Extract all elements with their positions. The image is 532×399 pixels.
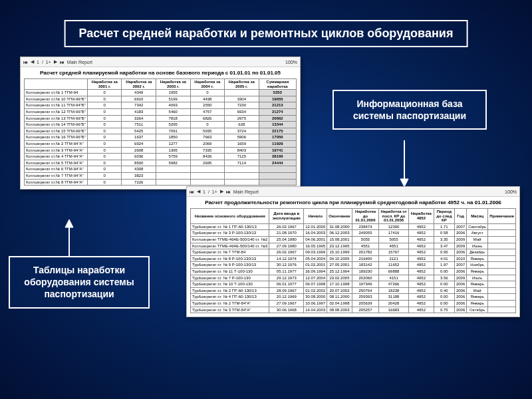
equip-name-cell: Котлоагрегат ст.№ 8 ТГМ-94"А" [25, 179, 88, 186]
value-cell: 2006 [454, 287, 466, 294]
value-cell: 5055 [379, 236, 409, 243]
value-cell: 4952 [408, 223, 434, 230]
value-cell: 0 [87, 154, 122, 160]
value-cell: 3.35 [434, 236, 454, 243]
value-cell: 31.08.2000 [327, 223, 352, 230]
value-cell: Январь [467, 268, 488, 275]
equip-name-cell: Турбоагрегат ст. № 10 Т-100-130 [191, 281, 269, 288]
value-cell: 1955 [156, 90, 191, 96]
value-cell: 2006 [454, 268, 466, 275]
value-cell: 0.75 [434, 307, 454, 313]
table-row: Котлоагрегат ст.№ 2 ТГМ-94"А"06924127720… [25, 140, 297, 147]
value-cell: 20.12.1969 [269, 294, 304, 301]
table-row: Турбоагрегат ст. № 8 Р-100-130/1314.12.1… [191, 255, 516, 262]
nav-last-icon[interactable]: ⏭ [226, 190, 231, 194]
page-field[interactable]: 1 [203, 190, 205, 194]
value-cell [488, 223, 516, 230]
value-cell: 4757 [190, 108, 225, 115]
value-cell: 2550 [190, 102, 225, 109]
table-row: Турбоагрегат ст. № 4 ПТ-60-130/1320.12.1… [191, 294, 516, 301]
report-repair-cycle: ⏮ ◀ 1 / 1+ ▶ ⏭ Main Report 100% Расчет п… [186, 186, 520, 317]
equip-name-cell: Турбоагрегат ст. № 2 ТГМ-84"А" [191, 300, 269, 307]
value-cell: 13344 [259, 122, 296, 128]
value-cell: 24444 [259, 160, 296, 166]
value-cell: 4151 [379, 275, 409, 281]
value-cell: 0 [87, 108, 122, 115]
value-cell: 1395 [156, 147, 191, 154]
value-cell: Январь [467, 300, 488, 307]
table-row: Котлоагрегат ТГМЕ-464Е-500/140 ст. №225.… [191, 236, 516, 243]
col-header: Наработка от посл. КР до 01.01.2006 [379, 209, 409, 224]
nav-next-icon[interactable]: ▶ [220, 189, 223, 194]
table-row: Котлоагрегат ст.№ 15 ТГМ-96"Б"0542570915… [25, 128, 297, 134]
equip-name-cell: Турбоагрегат ст. № 4 ПТ-60-130/13 [191, 294, 269, 301]
table-row: Котлоагрегат ст.№ 7 ТГМ-94"А"03823 [25, 172, 297, 179]
value-cell [488, 230, 516, 237]
value-cell: 5425 [122, 128, 156, 134]
value-cell [488, 294, 516, 301]
nav-last-icon[interactable]: ⏭ [60, 60, 65, 65]
value-cell: 2009 [454, 243, 466, 249]
equip-name-cell: Турбоагрегат ст. № 1 ПТ-60-130/13 [191, 223, 269, 230]
value-cell: 69888 [379, 268, 409, 275]
zoom-field[interactable]: 100% [505, 190, 517, 194]
value-cell: 5935 [190, 128, 225, 134]
value-cell: 205257 [352, 307, 379, 313]
value-cell: 0.95 [434, 249, 454, 256]
equip-name-cell: Котлоагрегат ст.№ 11 ТГМ-94"Б" [25, 102, 88, 109]
report2-table: Название основного оборудованияДата ввод… [190, 208, 516, 313]
table-row: Турбоагрегат ст. № 9 Р-100-130/1330.12.1… [191, 262, 516, 269]
value-cell: 15767 [379, 249, 409, 256]
value-cell: 2006 [454, 281, 466, 288]
col-header: Окончание [327, 209, 352, 224]
value-cell: 4952 [408, 262, 434, 269]
value-cell: 4551 [379, 243, 409, 249]
equip-name-cell: Турбоагрегат ст. № 7 Р-100-130 [191, 275, 269, 281]
page-sep: / [42, 60, 43, 65]
nav-prev-icon[interactable]: ◀ [31, 59, 34, 65]
value-cell: 2121 [379, 255, 409, 262]
page-total: 1+ [212, 190, 217, 194]
value-cell: 26.09.1994 [304, 268, 327, 275]
value-cell [190, 179, 225, 186]
value-cell: 5759 [156, 154, 191, 160]
nav-first-icon[interactable]: ⏮ [23, 60, 28, 65]
equip-name-cell: Турбоагрегат ст. № 2 ПТ-60-130/13 [191, 287, 269, 294]
value-cell: 01.02.2002 [304, 287, 327, 294]
value-cell: 4952 [408, 287, 434, 294]
value-cell [488, 243, 516, 249]
value-cell: 2009 [454, 236, 466, 243]
value-cell: 2006 [454, 230, 466, 237]
arrow-left-up [64, 219, 74, 256]
value-cell: Ноябрь [467, 262, 488, 269]
table-row: Котлоагрегат ст.№ 3 ТГМ-94"А"02608139573… [25, 147, 297, 154]
value-cell: 27.05.2001 [327, 262, 352, 269]
value-cell: 0 [87, 115, 122, 122]
value-cell [488, 275, 516, 281]
table-row: Котлоагрегат ст.№ 4 ТГМ-94"А"06036575984… [25, 154, 297, 160]
nav-first-icon[interactable]: ⏮ [190, 190, 194, 194]
nav-next-icon[interactable]: ▶ [54, 59, 57, 65]
value-cell [488, 249, 516, 256]
value-cell: 8403 [225, 147, 259, 154]
equip-name-cell: Котлоагрегат ст.№ 2 ТГМ-94"А" [25, 140, 88, 147]
value-cell: 7342 [122, 102, 156, 109]
equip-name-cell: Турбоагрегат ст. № 7 ТГМ-84 [191, 249, 269, 256]
value-cell: 0 [87, 172, 122, 179]
nav-prev-icon[interactable]: ◀ [197, 189, 200, 194]
value-cell: 1.97 [434, 262, 454, 269]
col-header: Наработка за 2002 г. [122, 79, 156, 90]
zoom-field[interactable]: 100% [285, 60, 297, 65]
page-field[interactable]: 1 [37, 60, 39, 65]
value-cell: 4952 [408, 243, 434, 249]
value-cell [156, 166, 191, 173]
value-cell: 7091 [156, 128, 191, 134]
value-cell: 17416 [379, 230, 409, 237]
value-cell: 0 [87, 102, 122, 109]
equip-name-cell: Котлоагрегат ст.№ 4 ТГМ-94"А" [25, 154, 88, 160]
value-cell: 5982 [156, 160, 191, 166]
value-cell [190, 166, 225, 173]
value-cell: 30.08.2000 [304, 294, 327, 301]
value-cell: 259393 [352, 294, 379, 301]
value-cell: 26.02.1967 [269, 249, 304, 256]
